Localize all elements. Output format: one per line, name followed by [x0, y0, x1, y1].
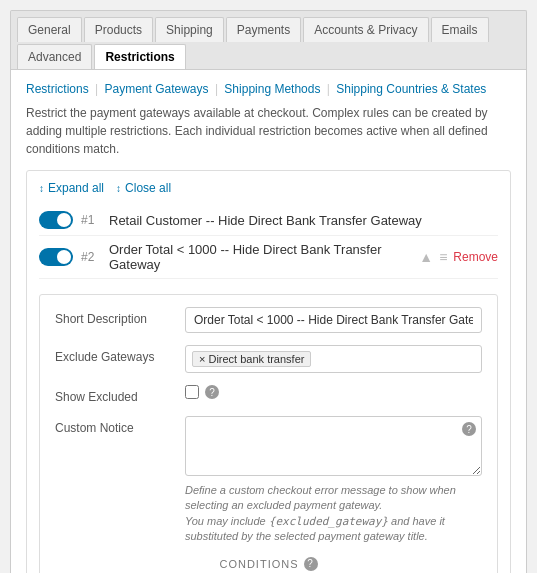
- tag-input[interactable]: × Direct bank transfer: [185, 345, 482, 373]
- sort-icon-2[interactable]: ▲: [419, 249, 433, 265]
- close-icon: ↕: [116, 183, 121, 194]
- breadcrumb-restrictions[interactable]: Restrictions: [26, 82, 89, 96]
- conditions-section: CONDITIONS ? Order Total < 🗑: [55, 557, 482, 573]
- custom-notice-label: Custom Notice: [55, 416, 175, 435]
- tag-label: Direct bank transfer: [208, 353, 304, 365]
- tab-emails[interactable]: Emails: [431, 17, 489, 42]
- tab-restrictions[interactable]: Restrictions: [94, 44, 185, 69]
- exclude-gateways-label: Exclude Gateways: [55, 345, 175, 364]
- gateway-tag: × Direct bank transfer: [192, 351, 311, 367]
- help-text-1: Define a custom checkout error message t…: [185, 484, 456, 511]
- tab-accounts[interactable]: Accounts & Privacy: [303, 17, 428, 42]
- tab-payments[interactable]: Payments: [226, 17, 301, 42]
- conditions-info-icon[interactable]: ?: [304, 557, 318, 571]
- short-description-input[interactable]: [185, 307, 482, 333]
- restrictions-box: ↕ Expand all ↕ Close all #1 Retail Custo…: [26, 170, 511, 573]
- restriction-row-1: #1 Retail Customer -- Hide Direct Bank T…: [39, 205, 498, 236]
- tag-prefix: ×: [199, 353, 205, 365]
- description-text: Restrict the payment gateways available …: [26, 104, 511, 158]
- custom-notice-info-icon[interactable]: ?: [462, 422, 476, 436]
- page-wrapper: General Products Shipping Payments Accou…: [0, 0, 537, 573]
- toggle-2[interactable]: [39, 248, 73, 266]
- textarea-wrapper: ?: [185, 416, 482, 479]
- exclude-gateways-control: × Direct bank transfer: [185, 345, 482, 373]
- breadcrumb-shipping-methods[interactable]: Shipping Methods: [224, 82, 320, 96]
- expand-bar: ↕ Expand all ↕ Close all: [39, 181, 498, 195]
- expand-all-link[interactable]: ↕ Expand all: [39, 181, 104, 195]
- restriction-label-2: Order Total < 1000 -- Hide Direct Bank T…: [109, 242, 411, 272]
- conditions-title: CONDITIONS: [219, 558, 298, 570]
- show-excluded-info-icon[interactable]: ?: [205, 385, 219, 399]
- breadcrumb-payment-gateways[interactable]: Payment Gateways: [105, 82, 209, 96]
- detail-form: Short Description Exclude Gateways × Dir…: [39, 294, 498, 573]
- short-description-row: Short Description: [55, 307, 482, 333]
- remove-link-2[interactable]: Remove: [453, 250, 498, 264]
- close-all-link[interactable]: ↕ Close all: [116, 181, 171, 195]
- toggle-1[interactable]: [39, 211, 73, 229]
- custom-notice-textarea[interactable]: [185, 416, 482, 476]
- tab-shipping[interactable]: Shipping: [155, 17, 224, 42]
- short-description-control: [185, 307, 482, 333]
- custom-notice-control: ? Define a custom checkout error message…: [185, 416, 482, 545]
- tab-advanced[interactable]: Advanced: [17, 44, 92, 69]
- show-excluded-checkbox[interactable]: [185, 385, 199, 399]
- show-excluded-label: Show Excluded: [55, 385, 175, 404]
- conditions-header: CONDITIONS ?: [55, 557, 482, 571]
- restriction-label-1: Retail Customer -- Hide Direct Bank Tran…: [109, 213, 498, 228]
- restriction-num-2: #2: [81, 250, 101, 264]
- restriction-num-1: #1: [81, 213, 101, 227]
- expand-icon: ↕: [39, 183, 44, 194]
- tabs-bar: General Products Shipping Payments Accou…: [10, 10, 527, 69]
- help-text-code: {excluded_gateway}: [269, 515, 388, 528]
- show-excluded-row: Show Excluded ?: [55, 385, 482, 404]
- breadcrumb-shipping-countries[interactable]: Shipping Countries & States: [336, 82, 486, 96]
- tab-general[interactable]: General: [17, 17, 82, 42]
- restriction-actions-2: ▲ ≡ Remove: [419, 249, 498, 265]
- help-text: Define a custom checkout error message t…: [185, 483, 482, 545]
- checkbox-row: ?: [185, 385, 482, 399]
- breadcrumb: Restrictions | Payment Gateways | Shippi…: [26, 82, 511, 96]
- show-excluded-control: ?: [185, 385, 482, 399]
- drag-icon-2[interactable]: ≡: [439, 249, 447, 265]
- restriction-row-2: #2 Order Total < 1000 -- Hide Direct Ban…: [39, 236, 498, 279]
- help-text-2: You may include: [185, 515, 266, 527]
- short-description-label: Short Description: [55, 307, 175, 326]
- tab-products[interactable]: Products: [84, 17, 153, 42]
- content-area: Restrictions | Payment Gateways | Shippi…: [10, 69, 527, 573]
- custom-notice-row: Custom Notice ? Define a custom checkout…: [55, 416, 482, 545]
- exclude-gateways-row: Exclude Gateways × Direct bank transfer: [55, 345, 482, 373]
